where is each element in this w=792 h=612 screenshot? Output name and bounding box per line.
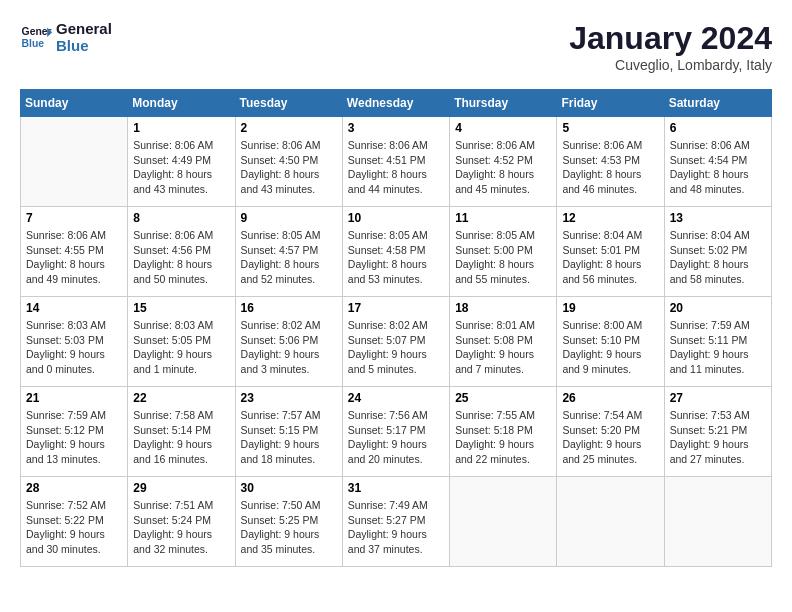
day-number: 22 [133,391,229,405]
day-info: Sunrise: 8:05 AMSunset: 5:00 PMDaylight:… [455,228,551,287]
table-cell: 8Sunrise: 8:06 AMSunset: 4:56 PMDaylight… [128,207,235,297]
day-info: Sunrise: 8:03 AMSunset: 5:05 PMDaylight:… [133,318,229,377]
day-number: 2 [241,121,337,135]
table-cell: 3Sunrise: 8:06 AMSunset: 4:51 PMDaylight… [342,117,449,207]
logo: General Blue General Blue [20,20,112,54]
day-number: 10 [348,211,444,225]
day-info: Sunrise: 8:06 AMSunset: 4:49 PMDaylight:… [133,138,229,197]
day-info: Sunrise: 8:06 AMSunset: 4:53 PMDaylight:… [562,138,658,197]
title-block: January 2024 Cuveglio, Lombardy, Italy [569,20,772,73]
day-number: 9 [241,211,337,225]
table-cell [21,117,128,207]
day-info: Sunrise: 8:05 AMSunset: 4:58 PMDaylight:… [348,228,444,287]
day-number: 29 [133,481,229,495]
day-number: 31 [348,481,444,495]
day-number: 19 [562,301,658,315]
day-number: 8 [133,211,229,225]
col-wednesday: Wednesday [342,90,449,117]
table-cell: 19Sunrise: 8:00 AMSunset: 5:10 PMDayligh… [557,297,664,387]
table-cell: 2Sunrise: 8:06 AMSunset: 4:50 PMDaylight… [235,117,342,207]
table-cell: 5Sunrise: 8:06 AMSunset: 4:53 PMDaylight… [557,117,664,207]
logo-icon: General Blue [20,21,52,53]
day-info: Sunrise: 8:03 AMSunset: 5:03 PMDaylight:… [26,318,122,377]
day-info: Sunrise: 8:05 AMSunset: 4:57 PMDaylight:… [241,228,337,287]
page-header: General Blue General Blue January 2024 C… [20,20,772,73]
table-cell: 9Sunrise: 8:05 AMSunset: 4:57 PMDaylight… [235,207,342,297]
day-info: Sunrise: 8:01 AMSunset: 5:08 PMDaylight:… [455,318,551,377]
table-cell: 14Sunrise: 8:03 AMSunset: 5:03 PMDayligh… [21,297,128,387]
day-info: Sunrise: 7:52 AMSunset: 5:22 PMDaylight:… [26,498,122,557]
col-saturday: Saturday [664,90,771,117]
table-cell [664,477,771,567]
day-number: 24 [348,391,444,405]
day-number: 30 [241,481,337,495]
col-monday: Monday [128,90,235,117]
day-info: Sunrise: 7:51 AMSunset: 5:24 PMDaylight:… [133,498,229,557]
table-cell: 17Sunrise: 8:02 AMSunset: 5:07 PMDayligh… [342,297,449,387]
day-number: 23 [241,391,337,405]
day-info: Sunrise: 8:06 AMSunset: 4:50 PMDaylight:… [241,138,337,197]
week-row-2: 7Sunrise: 8:06 AMSunset: 4:55 PMDaylight… [21,207,772,297]
day-info: Sunrise: 8:06 AMSunset: 4:55 PMDaylight:… [26,228,122,287]
day-info: Sunrise: 8:04 AMSunset: 5:02 PMDaylight:… [670,228,766,287]
day-number: 12 [562,211,658,225]
day-number: 15 [133,301,229,315]
day-number: 18 [455,301,551,315]
day-number: 17 [348,301,444,315]
table-cell [450,477,557,567]
table-cell: 31Sunrise: 7:49 AMSunset: 5:27 PMDayligh… [342,477,449,567]
day-info: Sunrise: 8:06 AMSunset: 4:54 PMDaylight:… [670,138,766,197]
day-number: 1 [133,121,229,135]
table-cell: 16Sunrise: 8:02 AMSunset: 5:06 PMDayligh… [235,297,342,387]
day-number: 27 [670,391,766,405]
col-thursday: Thursday [450,90,557,117]
svg-text:Blue: Blue [22,38,45,49]
header-row: Sunday Monday Tuesday Wednesday Thursday… [21,90,772,117]
day-number: 26 [562,391,658,405]
table-cell: 1Sunrise: 8:06 AMSunset: 4:49 PMDaylight… [128,117,235,207]
table-cell: 26Sunrise: 7:54 AMSunset: 5:20 PMDayligh… [557,387,664,477]
day-number: 25 [455,391,551,405]
table-cell: 15Sunrise: 8:03 AMSunset: 5:05 PMDayligh… [128,297,235,387]
day-info: Sunrise: 7:53 AMSunset: 5:21 PMDaylight:… [670,408,766,467]
day-number: 7 [26,211,122,225]
day-number: 5 [562,121,658,135]
calendar-table: Sunday Monday Tuesday Wednesday Thursday… [20,89,772,567]
table-cell: 7Sunrise: 8:06 AMSunset: 4:55 PMDaylight… [21,207,128,297]
day-info: Sunrise: 7:57 AMSunset: 5:15 PMDaylight:… [241,408,337,467]
table-cell: 28Sunrise: 7:52 AMSunset: 5:22 PMDayligh… [21,477,128,567]
day-number: 14 [26,301,122,315]
day-info: Sunrise: 8:06 AMSunset: 4:52 PMDaylight:… [455,138,551,197]
table-cell: 11Sunrise: 8:05 AMSunset: 5:00 PMDayligh… [450,207,557,297]
table-cell: 12Sunrise: 8:04 AMSunset: 5:01 PMDayligh… [557,207,664,297]
day-number: 6 [670,121,766,135]
day-info: Sunrise: 8:06 AMSunset: 4:56 PMDaylight:… [133,228,229,287]
day-number: 16 [241,301,337,315]
day-info: Sunrise: 7:58 AMSunset: 5:14 PMDaylight:… [133,408,229,467]
table-cell: 6Sunrise: 8:06 AMSunset: 4:54 PMDaylight… [664,117,771,207]
day-info: Sunrise: 7:55 AMSunset: 5:18 PMDaylight:… [455,408,551,467]
day-number: 20 [670,301,766,315]
table-cell: 4Sunrise: 8:06 AMSunset: 4:52 PMDaylight… [450,117,557,207]
week-row-1: 1Sunrise: 8:06 AMSunset: 4:49 PMDaylight… [21,117,772,207]
table-cell: 21Sunrise: 7:59 AMSunset: 5:12 PMDayligh… [21,387,128,477]
table-cell: 20Sunrise: 7:59 AMSunset: 5:11 PMDayligh… [664,297,771,387]
col-friday: Friday [557,90,664,117]
table-cell: 22Sunrise: 7:58 AMSunset: 5:14 PMDayligh… [128,387,235,477]
week-row-5: 28Sunrise: 7:52 AMSunset: 5:22 PMDayligh… [21,477,772,567]
day-number: 21 [26,391,122,405]
day-number: 28 [26,481,122,495]
table-cell: 25Sunrise: 7:55 AMSunset: 5:18 PMDayligh… [450,387,557,477]
col-tuesday: Tuesday [235,90,342,117]
logo-line2: Blue [56,37,112,54]
day-number: 3 [348,121,444,135]
day-info: Sunrise: 7:56 AMSunset: 5:17 PMDaylight:… [348,408,444,467]
week-row-3: 14Sunrise: 8:03 AMSunset: 5:03 PMDayligh… [21,297,772,387]
day-info: Sunrise: 8:02 AMSunset: 5:07 PMDaylight:… [348,318,444,377]
table-cell: 13Sunrise: 8:04 AMSunset: 5:02 PMDayligh… [664,207,771,297]
day-info: Sunrise: 7:50 AMSunset: 5:25 PMDaylight:… [241,498,337,557]
table-cell: 30Sunrise: 7:50 AMSunset: 5:25 PMDayligh… [235,477,342,567]
logo-line1: General [56,20,112,37]
week-row-4: 21Sunrise: 7:59 AMSunset: 5:12 PMDayligh… [21,387,772,477]
day-info: Sunrise: 8:04 AMSunset: 5:01 PMDaylight:… [562,228,658,287]
